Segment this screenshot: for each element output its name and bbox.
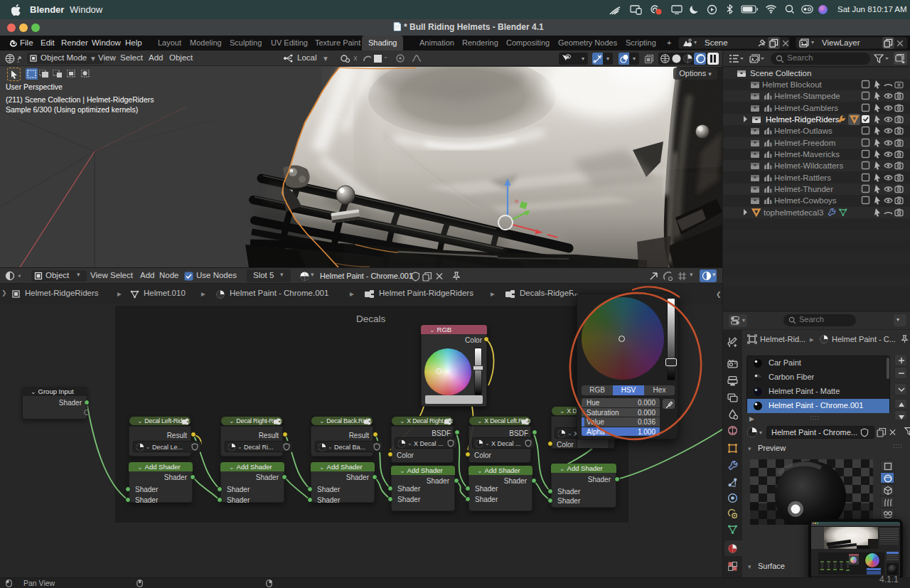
- svg-text:R: R: [515, 198, 519, 205]
- svg-text:Sample 6/300 (Using optimized: Sample 6/300 (Using optimized kernels): [6, 105, 138, 114]
- svg-text:User Perspective: User Perspective: [6, 82, 63, 91]
- svg-text:(211) Scene Collection | Helme: (211) Scene Collection | Helmet-RidgeRid…: [6, 95, 154, 104]
